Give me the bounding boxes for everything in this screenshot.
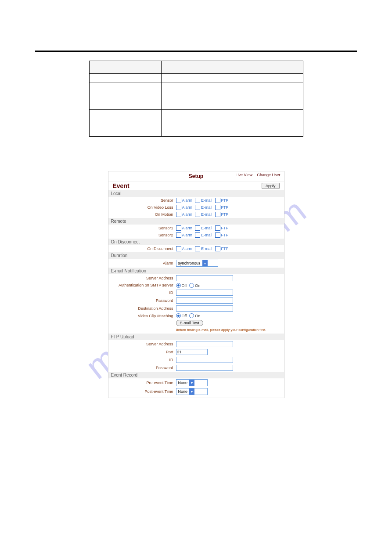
email-id-input[interactable] [176, 290, 233, 296]
email-test-note: Before testing e-mail, please apply your… [176, 327, 284, 334]
section-ondisconnect: On Disconnect [108, 239, 284, 245]
checkbox-label: FTP [221, 205, 229, 210]
email-password-input[interactable] [176, 297, 233, 304]
radio-on[interactable] [189, 313, 194, 318]
checkbox-label: E-mail [201, 233, 212, 237]
chevron-down-icon: ▾ [189, 388, 194, 395]
table-header-item [89, 61, 162, 74]
checkbox-alarm[interactable] [176, 212, 181, 217]
ftp-port-input[interactable]: 21 [176, 349, 208, 355]
label-post-event: Post-event Time [108, 389, 176, 394]
label-password: Password [108, 298, 176, 303]
table-cell-left [89, 83, 162, 110]
checkbox-alarm[interactable] [176, 205, 181, 210]
label-smtp-auth: Authentication on SMTP server [108, 283, 176, 288]
label-motion: On Motion [108, 212, 176, 217]
label-alarm: Alarm [108, 261, 176, 265]
checkbox-ftp[interactable] [215, 212, 220, 217]
table-cell-left [89, 74, 162, 83]
checkbox-email[interactable] [195, 225, 200, 231]
document-page: manualslive.com Setup Live View Change U… [0, 0, 392, 555]
label-pre-event: Pre-event Time [108, 381, 176, 385]
row-pre-event: Pre-event Time None ▾ [108, 378, 284, 387]
chevron-down-icon: ▾ [202, 260, 208, 266]
apply-button[interactable]: Apply [262, 183, 280, 189]
row-post-event: Post-event Time None ▾ [108, 387, 284, 398]
checkbox-label: Alarm [182, 212, 193, 217]
radio-off[interactable] [176, 313, 181, 318]
label-sensor2: Sensor2 [108, 233, 176, 237]
checkbox-alarm[interactable] [176, 225, 181, 231]
row-video-clip: Video Clip Attaching Off On [108, 312, 284, 319]
post-event-select[interactable]: None ▾ [176, 388, 208, 395]
checkbox-label: FTP [221, 226, 229, 230]
section-ftp: FTP Upload [108, 334, 284, 340]
row-ftp-port: Port 21 [108, 348, 284, 356]
row-sensor2: Sensor2 Alarm E-mail FTP [108, 232, 284, 239]
top-links: Live View Change User [232, 173, 281, 177]
ftp-id-input[interactable] [176, 357, 233, 363]
select-value: synchronous [176, 261, 202, 265]
checkbox-label: FTP [221, 233, 229, 237]
label-sensor: Sensor [108, 198, 176, 203]
table-row [89, 74, 303, 83]
checkbox-alarm[interactable] [176, 198, 181, 203]
checkbox-alarm[interactable] [176, 246, 181, 251]
dest-address-input[interactable] [176, 305, 233, 312]
email-test-button[interactable]: E-mail Test [176, 320, 203, 326]
table-row [89, 83, 303, 110]
checkbox-label: E-mail [201, 247, 212, 251]
radio-label: On [195, 283, 200, 288]
checkbox-label: E-mail [201, 205, 212, 210]
label-sensor1: Sensor1 [108, 226, 176, 230]
row-sensor1: Sensor1 Alarm E-mail FTP [108, 225, 284, 232]
change-user-link[interactable]: Change User [257, 173, 280, 177]
checkbox-label: Alarm [182, 247, 193, 251]
label-video-clip: Video Clip Attaching [108, 314, 176, 318]
section-duration: Duration [108, 252, 284, 259]
row-email-password: Password [108, 297, 284, 305]
label-port: Port [108, 350, 176, 354]
table-header-row [89, 61, 303, 74]
select-value: None [176, 389, 190, 394]
radio-label: Off [182, 283, 187, 288]
checkbox-email[interactable] [195, 205, 200, 210]
alarm-select[interactable]: synchronous ▾ [176, 260, 218, 267]
radio-off[interactable] [176, 283, 181, 288]
checkbox-label: FTP [221, 198, 229, 203]
checkbox-label: E-mail [201, 226, 212, 230]
checkbox-ftp[interactable] [215, 198, 220, 203]
checkbox-ftp[interactable] [215, 246, 220, 251]
live-view-link[interactable]: Live View [236, 173, 252, 177]
chevron-down-icon: ▾ [189, 380, 194, 386]
email-server-input[interactable] [176, 275, 233, 281]
pre-event-select[interactable]: None ▾ [176, 379, 208, 386]
checkbox-email[interactable] [195, 246, 200, 251]
checkbox-ftp[interactable] [215, 232, 220, 238]
definition-table [89, 61, 303, 137]
table-row [89, 110, 303, 137]
checkbox-label: Alarm [182, 205, 193, 210]
ftp-server-input[interactable] [176, 341, 233, 347]
event-title: Event [113, 182, 129, 189]
checkbox-email[interactable] [195, 212, 200, 217]
checkbox-email[interactable] [195, 198, 200, 203]
radio-on[interactable] [189, 283, 194, 288]
setup-title: Setup [189, 173, 203, 179]
row-motion: On Motion Alarm E-mail FTP [108, 211, 284, 218]
divider-line [35, 51, 357, 52]
checkbox-label: E-mail [201, 212, 212, 217]
checkbox-ftp[interactable] [215, 225, 220, 231]
row-email-test: E-mail Test [108, 319, 284, 327]
checkbox-label: Alarm [182, 233, 193, 237]
ftp-password-input[interactable] [176, 365, 233, 371]
checkbox-label: FTP [221, 247, 229, 251]
checkbox-email[interactable] [195, 232, 200, 238]
checkbox-alarm[interactable] [176, 232, 181, 238]
table-cell-right [162, 74, 303, 83]
checkbox-label: Alarm [182, 226, 193, 230]
checkbox-ftp[interactable] [215, 205, 220, 210]
row-ftp-id: ID [108, 356, 284, 364]
event-header-row: Event Apply [108, 181, 284, 190]
label-videoloss: On Video Loss [108, 205, 176, 210]
